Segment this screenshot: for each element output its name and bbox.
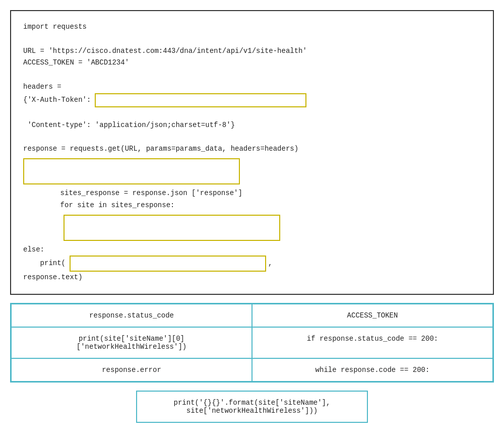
code-text: , — [266, 258, 272, 270]
option-5[interactable]: response.error — [11, 358, 252, 382]
code-text: import requests — [23, 21, 87, 33]
code-line-6: headers = — [23, 81, 481, 93]
code-line-14: for site in sites_response: — [23, 200, 481, 212]
xauth-input-blank[interactable] — [95, 93, 306, 107]
code-text: headers = — [23, 81, 61, 93]
options-grid: response.status_code ACCESS_TOKEN print(… — [10, 303, 494, 383]
option-label: print(site['siteName'][0]['networkHealth… — [77, 335, 186, 351]
code-text: else: — [23, 244, 44, 256]
code-line-16: else: — [23, 244, 481, 256]
option-4[interactable]: if response.status_code == 200: — [252, 327, 493, 358]
option-label: while response.code == 200: — [316, 366, 430, 374]
code-text: ACCESS_TOKEN = 'ABCD1234' — [23, 57, 129, 69]
code-line-blank-1 — [23, 33, 481, 45]
code-text: print( — [23, 258, 66, 270]
option-label: print('{}{}'.format(site['siteName'],sit… — [174, 399, 331, 415]
code-line-blank-3 — [23, 107, 481, 119]
code-text: response.text) — [23, 272, 83, 284]
code-line-11: response = requests.get(URL, params=para… — [23, 143, 481, 155]
code-block: import requests URL = 'https://cisco.dna… — [10, 10, 494, 295]
code-line-3: URL = 'https://cisco.dnatest.com:443/dna… — [23, 45, 481, 57]
code-block-input-1 — [23, 158, 481, 184]
bottom-option-container: print('{}{}'.format(site['siteName'],sit… — [10, 391, 494, 423]
blank-input-2[interactable] — [64, 215, 280, 241]
code-line-blank-4 — [23, 131, 481, 143]
option-3[interactable]: print(site['siteName'][0]['networkHealth… — [11, 327, 252, 358]
option-2[interactable]: ACCESS_TOKEN — [252, 304, 493, 327]
code-text: URL = 'https://cisco.dnatest.com:443/dna… — [23, 45, 307, 57]
code-line-1: import requests — [23, 21, 481, 33]
code-line-13: sites_response = response.json ['respons… — [23, 187, 481, 200]
option-label: response.status_code — [89, 311, 174, 320]
code-text: 'Content-type': 'application/json;charse… — [23, 119, 235, 132]
code-line-7: {'X-Auth-Token': — [23, 93, 481, 107]
code-text: {'X-Auth-Token': — [23, 94, 91, 106]
option-6[interactable]: while response.code == 200: — [252, 358, 493, 382]
option-label: if response.status_code == 200: — [307, 335, 438, 343]
code-line-9: 'Content-type': 'application/json;charse… — [23, 119, 481, 132]
code-text: for site in sites_response: — [23, 200, 174, 212]
code-line-18: response.text) — [23, 272, 481, 284]
code-block-input-2 — [64, 215, 481, 241]
code-text: sites_response = response.json ['respons… — [23, 187, 242, 200]
code-line-17: print( , — [23, 256, 481, 272]
page-container: import requests URL = 'https://cisco.dna… — [10, 10, 494, 423]
option-label: response.error — [102, 366, 161, 374]
option-7[interactable]: print('{}{}'.format(site['siteName'],sit… — [136, 391, 368, 423]
code-line-blank-2 — [23, 69, 481, 81]
code-text: response = requests.get(URL, params=para… — [23, 143, 298, 155]
blank-input-1[interactable] — [23, 158, 240, 184]
option-label: ACCESS_TOKEN — [347, 311, 398, 320]
code-line-4: ACCESS_TOKEN = 'ABCD1234' — [23, 57, 481, 69]
option-1[interactable]: response.status_code — [11, 304, 252, 327]
print-input-blank[interactable] — [70, 256, 266, 272]
